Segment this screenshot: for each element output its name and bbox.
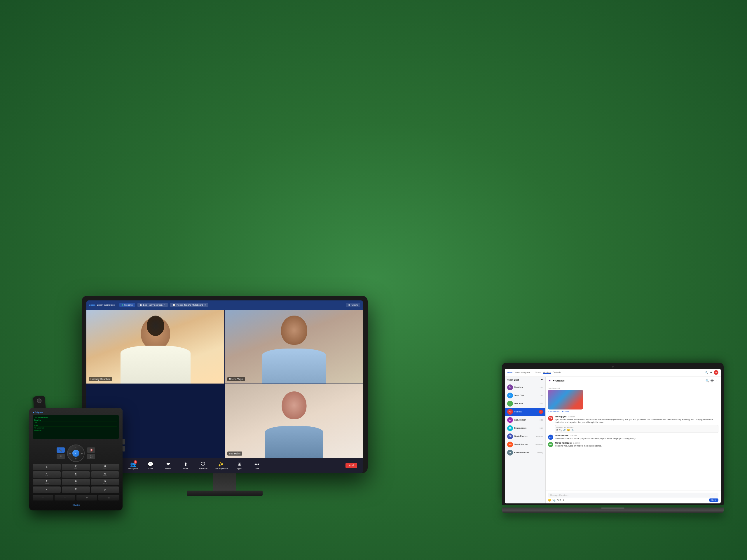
views-button[interactable]: ⊞ Views <box>346 303 360 307</box>
key-2[interactable]: 2ABC <box>62 464 90 470</box>
key-star[interactable]: * <box>33 486 61 493</box>
softkey-3[interactable]: — <box>89 441 91 443</box>
bold-btn[interactable]: B <box>557 429 558 431</box>
sidebar-contact-panchat[interactable]: PC Pan chat 3 <box>505 408 545 416</box>
view-btn[interactable]: 👁 View <box>562 410 569 413</box>
sidebar-contact-karen[interactable]: KA Karen Anderson Monday <box>505 449 545 457</box>
chat-button[interactable]: 💬 Chat <box>145 461 156 470</box>
search-chat-icon[interactable]: 🔍 <box>705 379 709 382</box>
dpad-left[interactable]: ◀ <box>69 452 71 455</box>
more-button[interactable]: ••• More <box>251 462 263 470</box>
unread-badge: 3 <box>539 410 543 414</box>
ai-companion-button[interactable]: ✨ AI Companion <box>215 461 228 470</box>
key-8[interactable]: 8TUV <box>62 479 90 485</box>
dpad-center[interactable]: ✓ <box>72 450 79 457</box>
screen-share-tab[interactable]: 🖥 Lea Hahn's screen ✕ <box>137 303 168 307</box>
react-button[interactable]: ❤ React <box>162 461 174 470</box>
ted-avatar: TN <box>548 416 553 421</box>
sidebar-contact-dev[interactable]: DT Dev Team 12:10 <box>505 400 545 408</box>
key-1[interactable]: 1 <box>33 464 61 470</box>
phone-screen-header: Talk Media Menu <box>34 417 117 418</box>
meetings-tab[interactable]: Meetings <box>543 371 551 374</box>
underline-btn[interactable]: U <box>561 429 562 431</box>
laptop: zoom zoom Workplace Home Meetings Contac… <box>502 363 724 514</box>
volume-down-btn[interactable] <box>123 446 125 452</box>
softkey-2[interactable]: — <box>61 441 63 443</box>
chat-messages: New Report.pdf ⬇ Download 👁 View TN <box>546 385 721 491</box>
header-actions: 🔍 ⚙ U <box>705 370 718 375</box>
softkey-4[interactable]: — <box>117 441 119 443</box>
participants-button[interactable]: 👥 3 Participants <box>127 461 139 470</box>
send-button[interactable]: Send <box>709 499 718 502</box>
italic-btn[interactable]: I <box>559 429 560 431</box>
plus-btn[interactable]: + <box>55 495 75 501</box>
dpad-right[interactable]: ▶ <box>81 452 83 455</box>
transfer-btn[interactable]: ⇄ <box>76 495 97 501</box>
laptop-trackpad[interactable] <box>601 507 624 509</box>
phone-line-play[interactable]: Play <box>34 424 117 427</box>
hold-btn[interactable]: ⏸ <box>98 495 119 501</box>
whiteboard-tab-close-icon[interactable]: ✕ <box>204 304 206 306</box>
key-hash[interactable]: # <box>91 486 119 493</box>
apps-button[interactable]: ⊞ Apps <box>233 461 245 470</box>
key-9[interactable]: 9WXYZ <box>91 479 119 485</box>
desktop-monitor: zoom Zoom Workplace ● Meeting 🖥 Lea Hahn… <box>82 296 368 496</box>
dpad-down[interactable]: ▼ <box>75 458 77 460</box>
sidebar-contact-nassif[interactable]: NS Nassif Sharma Yesterday <box>505 441 545 449</box>
attachment-icon[interactable]: 📎 <box>552 499 556 502</box>
user-avatar[interactable]: U <box>714 370 718 375</box>
gif-icon[interactable]: GIF <box>557 499 561 502</box>
emoji-input-icon[interactable]: 😊 <box>548 499 551 502</box>
phone-line-voicemail[interactable]: To-Voicemail <box>34 427 117 429</box>
minus-btn[interactable]: − <box>33 495 53 501</box>
headset-button[interactable]: 🎧 <box>87 454 95 459</box>
settings-chat-icon[interactable]: ⋮ <box>715 379 718 382</box>
add-member-icon[interactable]: ➕ <box>710 379 714 382</box>
sidebar-contact-creatives[interactable]: Cr Creatives 2:30 <box>505 383 545 392</box>
video-cell-lindsay: Lindsay Sanchez <box>86 310 224 383</box>
laptop-sidebar: Team Chat ✏ Cr Creatives 2:30 TC Team Ch… <box>505 377 546 504</box>
image-preview <box>548 390 583 409</box>
phone-line-personal[interactable]: Personal <box>34 429 117 432</box>
volume-up-btn[interactable] <box>123 439 125 445</box>
whiteboard-tab[interactable]: 📋 Rocco Tapia's whiteboard ✕ <box>170 303 208 307</box>
sidebar-contact-gloria[interactable]: GR Gloria Ramirez Yesterday <box>505 432 545 441</box>
call-button[interactable]: 📞 <box>57 447 65 453</box>
mute-phone-button[interactable]: 🔇 <box>87 447 95 453</box>
meeting-tab[interactable]: ● Meeting <box>119 303 135 307</box>
key-5[interactable]: 5JKL <box>62 471 90 478</box>
end-meeting-button[interactable]: End <box>345 463 357 468</box>
key-3[interactable]: 3DEF <box>91 464 119 470</box>
contacts-tab[interactable]: Contacts <box>553 371 561 374</box>
emoji-btn[interactable]: 😊 <box>567 429 570 431</box>
share-button[interactable]: ⬆ Share <box>180 461 191 470</box>
attach-btn[interactable]: 📎 <box>571 429 574 431</box>
sidebar-contact-design[interactable]: DS Design specs 9:15 <box>505 424 545 432</box>
softkey-1[interactable]: — <box>33 441 34 443</box>
download-btn[interactable]: ⬇ Download <box>548 410 559 413</box>
menu-button[interactable]: ☰ <box>57 454 65 459</box>
screen-share-input-icon[interactable]: 🖥 <box>562 499 565 502</box>
zoom-logo: zoom Zoom Workplace <box>89 303 115 306</box>
sidebar-contact-teamchat[interactable]: TC Team Chat 1:45 <box>505 392 545 400</box>
phone-line-tab[interactable]: Tab <box>34 422 117 424</box>
message-input[interactable]: Message Creative... <box>548 492 718 498</box>
key-4[interactable]: 4GHI <box>33 471 61 478</box>
new-chat-icon[interactable]: ✏ <box>541 379 543 381</box>
key-7[interactable]: 7PQRS <box>33 479 61 485</box>
video-grid: Lindsay Sanchez Rocco Tapia <box>86 310 363 458</box>
home-tab[interactable]: Home <box>536 371 541 374</box>
settings-icon[interactable]: ⚙ <box>710 371 712 374</box>
tab-close-icon[interactable]: ✕ <box>164 304 165 306</box>
zoom-titlebar: zoom Zoom Workplace ● Meeting 🖥 Lea Hahn… <box>86 300 363 310</box>
sidebar-contact-gail[interactable]: GJ Gail Johnson 9:30 <box>505 416 545 424</box>
host-tools-button[interactable]: 🛡 Host tools <box>197 462 209 470</box>
key-6[interactable]: 6MNO <box>91 471 119 478</box>
dpad-up[interactable]: ▲ <box>75 446 77 449</box>
search-icon[interactable]: 🔍 <box>705 371 708 374</box>
lindsay-avatar: LC <box>548 434 553 440</box>
ted-message-content: Ted Nguyen 2:30 PM I just wanted to take… <box>555 416 718 433</box>
key-0[interactable]: 0+ <box>62 486 90 493</box>
link-btn[interactable]: 🔗 <box>563 429 566 431</box>
meeting-toolbar: 🎙 Mute 📹 Start Video 👥 3 Participants 💬 <box>86 458 363 473</box>
